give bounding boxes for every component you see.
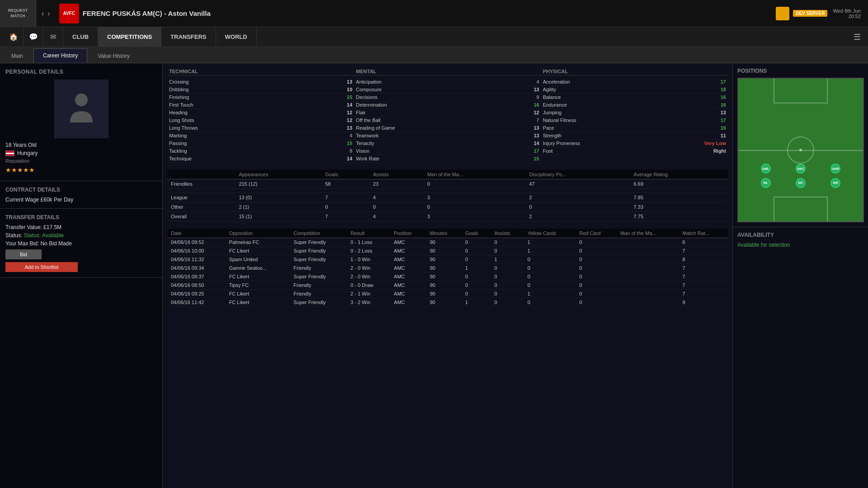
availability-section: Availability Available for selection <box>733 227 868 488</box>
right-panel: Positions AML AMC AM <box>732 63 868 488</box>
attr-marking: Marking4 <box>167 132 354 140</box>
subtabs: Main Career History Value History <box>0 47 868 63</box>
hist-col-competition: Competition <box>290 229 347 238</box>
attr-tackling: Tackling8 <box>167 147 354 155</box>
reputation-row: Reputation ★★★★★ <box>5 158 157 174</box>
transfer-value: Transfer Value: £17.5M <box>5 224 157 230</box>
list-item: 04/06/16 08:37FC LikertSuper Friendly2 -… <box>167 272 728 281</box>
row-rating <box>630 189 728 193</box>
attr-passing: Passing15 <box>167 140 354 147</box>
technical-title: Technical <box>167 68 354 75</box>
row-discipline: 47 <box>525 179 630 189</box>
tab-career-history[interactable]: Career History <box>33 48 87 63</box>
history-table: Date Opposition Competition Result Posit… <box>167 229 728 307</box>
hist-col-motm: Man of the Ma... <box>617 229 679 238</box>
attr-reading: Reading of Game13 <box>354 124 541 132</box>
attr-foot: FootRight <box>541 147 728 155</box>
position-amr[interactable]: AMR <box>830 164 840 174</box>
transfer-details-title: Transfer Details <box>5 214 157 221</box>
attr-jumping: Jumping13 <box>541 109 728 117</box>
player-nationality: Hungary <box>17 150 38 156</box>
attr-off-ball: Off the Ball7 <box>354 117 541 124</box>
position-amc[interactable]: AMC <box>796 164 806 174</box>
attr-strength: Strength11 <box>541 132 728 140</box>
hist-col-red: Red Card <box>576 229 617 238</box>
position-aml[interactable]: AML <box>761 164 771 174</box>
back-arrow[interactable]: ‹ <box>40 9 46 19</box>
row-type <box>167 189 235 193</box>
mail-nav[interactable]: ✉ <box>43 27 63 47</box>
col-motm: Man of the Ma... <box>424 170 525 179</box>
table-row: Other 2 (1) 0 0 0 0 7.33 <box>167 202 728 212</box>
attr-technique: Technique14 <box>167 155 354 163</box>
reputation-label: Reputation <box>5 158 29 164</box>
hungary-flag <box>5 150 14 156</box>
row-appearances: 215 (12) <box>235 179 321 189</box>
availability-status: Available for selection <box>737 242 863 248</box>
bid-button[interactable]: Bid <box>5 249 42 259</box>
attr-crossing: Crossing13 <box>167 78 354 86</box>
table-row <box>167 189 728 193</box>
transfers-tab[interactable]: TRANSFERS <box>161 27 216 47</box>
hist-col-opposition: Opposition <box>226 229 290 238</box>
position-mr[interactable]: MR <box>830 178 840 188</box>
row-rating: 7.85 <box>630 193 728 202</box>
tab-value-history[interactable]: Value History <box>88 48 139 63</box>
row-type: League <box>167 193 235 202</box>
stats-table: Appearances Goals Assists Man of the Ma.… <box>167 170 728 221</box>
topbar: REQUESTMATCH ‹ › AVFC FERENC PUSKÁS AM(C… <box>0 0 868 27</box>
list-item: 04/06/16 09:52Palmeiras FCSuper Friendly… <box>167 238 728 247</box>
tab-main[interactable]: Main <box>2 48 33 63</box>
transfer-details-section: Transfer Details Transfer Value: £17.5M … <box>0 209 162 278</box>
attr-heading: Heading12 <box>167 109 354 117</box>
attr-pace: Pace16 <box>541 124 728 132</box>
nav-menu: 🏠 💬 ✉ CLUB COMPETITIONS TRANSFERS WORLD … <box>0 27 868 47</box>
player-age: 18 Years Old <box>5 142 37 148</box>
hist-col-date: Date <box>167 229 226 238</box>
attributes-section: Technical Crossing13 Dribbling10 Finishi… <box>167 68 728 163</box>
hist-col-minutes: Minutes <box>426 229 462 238</box>
hamburger-menu[interactable]: ☰ <box>854 32 868 42</box>
position-mc[interactable]: MC <box>796 178 806 188</box>
row-goals: 7 <box>321 193 369 202</box>
attr-tenacity: Tenacity14 <box>354 140 541 147</box>
attr-first-touch: First Touch14 <box>167 101 354 109</box>
row-type: Overall <box>167 212 235 221</box>
home-nav[interactable]: 🏠 <box>4 27 24 47</box>
row-motm: 3 <box>424 212 525 221</box>
attr-acceleration: Acceleration17 <box>541 78 728 86</box>
mental-title: Mental <box>354 68 541 75</box>
attr-decisions: Decisions9 <box>354 94 541 101</box>
row-type: Other <box>167 202 235 212</box>
transfer-max-bid: Your Max Bid: No Bid Made <box>5 240 157 247</box>
hist-col-assists: Assists <box>491 229 524 238</box>
reputation-stars: ★★★★★ <box>5 166 35 174</box>
competitions-tab[interactable]: COMPETITIONS <box>98 27 161 47</box>
hist-col-yellow: Yellow Cards <box>524 229 576 238</box>
club-badge: AVFC <box>59 4 79 23</box>
stats-section: Appearances Goals Assists Man of the Ma.… <box>167 170 728 221</box>
row-appearances: 15 (1) <box>235 212 321 221</box>
club-tab[interactable]: CLUB <box>63 27 98 47</box>
add-to-shortlist-button[interactable]: Add to Shortlist <box>5 262 78 272</box>
request-match-button[interactable]: REQUESTMATCH <box>0 0 36 27</box>
transfer-status: Status: Status: Available <box>5 232 157 239</box>
attr-teamwork: Teamwork13 <box>354 132 541 140</box>
position-ml[interactable]: ML <box>761 178 771 188</box>
forward-arrow[interactable]: › <box>46 9 52 19</box>
row-assists: 4 <box>369 193 424 202</box>
player-photo <box>54 80 108 138</box>
col-discipline: Disciplinary Po... <box>525 170 630 179</box>
chat-nav[interactable]: 💬 <box>24 27 43 47</box>
attr-work-rate: Work Rate15 <box>354 155 541 163</box>
personal-details-title: Personal Details <box>5 69 157 75</box>
football-pitch: AML AMC AMR ML MC <box>737 78 864 222</box>
row-appearances <box>235 189 321 193</box>
player-nationality-row: Hungary <box>5 150 157 156</box>
physical-attributes: Physical Acceleration17 Agility18 Balanc… <box>541 68 728 163</box>
row-rating: 7.33 <box>630 202 728 212</box>
world-tab[interactable]: WORLD <box>216 27 257 47</box>
col-assists: Assists <box>369 170 424 179</box>
list-item: 04/06/16 11:32Spam UnitedSuper Friendly1… <box>167 255 728 264</box>
col-goals: Goals <box>321 170 369 179</box>
